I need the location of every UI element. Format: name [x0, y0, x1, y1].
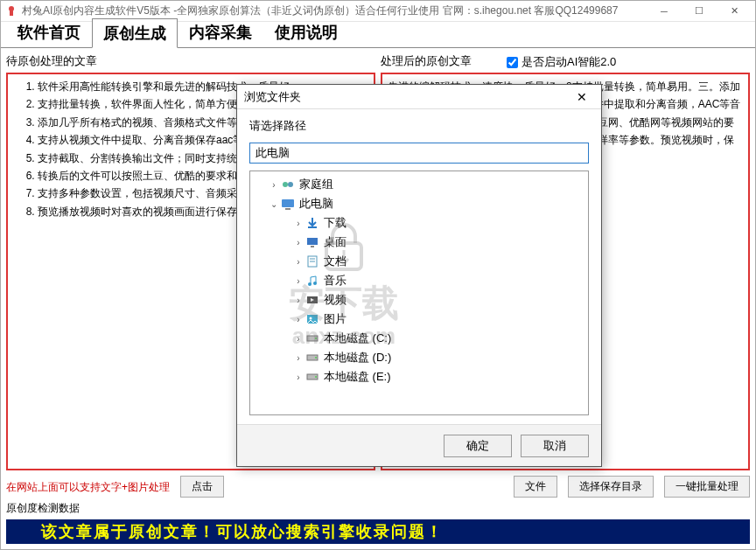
pics-icon — [304, 312, 320, 326]
svg-rect-5 — [285, 208, 290, 210]
expander-icon[interactable]: › — [292, 353, 304, 363]
tree-node-label: 本地磁盘 (C:) — [324, 331, 391, 346]
tree-node-label: 桌面 — [324, 234, 346, 250]
drive-icon — [304, 370, 320, 384]
tree-node-drive[interactable]: ›本地磁盘 (C:) — [252, 329, 586, 348]
svg-point-2 — [283, 182, 288, 187]
left-label: 待原创处理的文章 — [6, 53, 375, 69]
status-text: 该文章属于原创文章！可以放心搜索引擎收录问题！ — [41, 521, 444, 542]
tree-node-download[interactable]: ›下载 — [252, 213, 586, 233]
expander-icon[interactable]: › — [292, 219, 304, 228]
drive-icon — [304, 331, 320, 345]
tab-help[interactable]: 使用说明 — [263, 17, 349, 47]
tab-collect[interactable]: 内容采集 — [178, 17, 263, 47]
batch-button[interactable]: 一键批量处理 — [664, 476, 750, 498]
expander-icon[interactable]: › — [268, 180, 280, 190]
tab-home[interactable]: 软件首页 — [6, 17, 92, 47]
tree-node-label: 音乐 — [324, 273, 346, 289]
dialog-prompt: 请选择路径 — [249, 118, 589, 134]
tab-generate[interactable]: 原创生成 — [92, 18, 178, 48]
svg-rect-1 — [10, 10, 13, 16]
tree-node-label: 视频 — [324, 292, 346, 308]
tree-node-pc[interactable]: ⌄此电脑 — [252, 194, 586, 213]
status-label: 原创度检测数据 — [6, 501, 750, 516]
tree-node-label: 此电脑 — [299, 196, 333, 212]
expander-icon[interactable]: › — [292, 315, 304, 324]
svg-rect-4 — [282, 199, 294, 207]
tree-node-drive[interactable]: ›本地磁盘 (D:) — [252, 348, 586, 367]
pc-icon — [280, 197, 296, 211]
dialog-title: 浏览文件夹 — [244, 89, 570, 105]
titlebar-text: 村兔AI原创内容生成软件V5版本 -全网独家原创算法（非近义词伪原创）适合任何行… — [22, 3, 647, 18]
file-button[interactable]: 文件 — [514, 476, 557, 498]
expander-icon[interactable]: › — [292, 276, 304, 286]
tree-node-drive[interactable]: ›本地磁盘 (E:) — [252, 367, 586, 386]
maximize-button[interactable]: ☐ — [682, 2, 717, 21]
tabs-row: 软件首页 原创生成 内容采集 使用说明 — [1, 22, 755, 48]
tree-node-label: 家庭组 — [299, 177, 333, 192]
expander-icon[interactable]: › — [292, 238, 304, 247]
close-button[interactable]: ✕ — [717, 2, 752, 21]
tree-node-label: 下载 — [324, 215, 346, 231]
folder-tree[interactable]: ›家庭组⌄此电脑›下载›桌面›文档›音乐›视频›图片›本地磁盘 (C:)›本地磁… — [249, 171, 589, 415]
tree-node-label: 本地磁盘 (E:) — [324, 369, 391, 385]
expander-icon[interactable]: › — [292, 257, 304, 267]
svg-point-23 — [315, 376, 317, 378]
tree-node-pics[interactable]: ›图片 — [252, 310, 586, 329]
tree-node-label: 本地磁盘 (D:) — [324, 350, 391, 366]
tree-node-docs[interactable]: ›文档 — [252, 252, 586, 271]
ok-button[interactable]: 确定 — [444, 435, 512, 457]
tree-node-label: 文档 — [324, 254, 346, 269]
docs-icon — [304, 254, 320, 268]
select-save-button[interactable]: 选择保存目录 — [568, 476, 654, 498]
red-note: 在网站上面可以支持文字+图片处理 — [6, 480, 170, 495]
svg-point-19 — [315, 338, 317, 339]
app-icon — [4, 4, 18, 18]
cancel-button[interactable]: 取消 — [521, 435, 589, 457]
svg-point-21 — [315, 357, 317, 359]
desktop-icon — [304, 235, 320, 249]
tree-node-homegroup[interactable]: ›家庭组 — [252, 175, 586, 194]
minimize-button[interactable]: ─ — [647, 2, 682, 21]
svg-rect-7 — [307, 238, 318, 245]
homegroup-icon — [280, 178, 296, 191]
svg-point-3 — [288, 182, 293, 187]
right-label: 处理后的原创文章 — [381, 53, 472, 69]
svg-point-13 — [313, 282, 317, 285]
path-input[interactable] — [249, 143, 589, 164]
expander-icon[interactable]: › — [292, 372, 304, 382]
svg-rect-8 — [311, 246, 314, 247]
svg-rect-6 — [308, 226, 317, 228]
ai-checkbox[interactable]: 是否启动AI智能2.0 — [507, 54, 616, 70]
tree-node-desktop[interactable]: ›桌面 — [252, 233, 586, 252]
browse-folder-dialog: 浏览文件夹 ✕ 请选择路径 ›家庭组⌄此电脑›下载›桌面›文档›音乐›视频›图片… — [236, 84, 602, 467]
music-icon — [304, 274, 320, 288]
drive-icon — [304, 351, 320, 365]
svg-point-12 — [308, 282, 312, 286]
click-button[interactable]: 点击 — [180, 476, 224, 498]
svg-point-17 — [310, 317, 312, 320]
expander-icon[interactable]: ⌄ — [268, 199, 280, 209]
video-icon — [304, 293, 320, 307]
tree-node-video[interactable]: ›视频 — [252, 290, 586, 310]
status-bar: 该文章属于原创文章！可以放心搜索引擎收录问题！ — [6, 519, 750, 544]
expander-icon[interactable]: › — [292, 296, 304, 305]
download-icon — [304, 216, 320, 230]
expander-icon[interactable]: › — [292, 334, 304, 344]
dialog-titlebar: 浏览文件夹 ✕ — [237, 85, 601, 109]
dialog-close-button[interactable]: ✕ — [570, 90, 594, 104]
tree-node-label: 图片 — [324, 311, 346, 327]
tree-node-music[interactable]: ›音乐 — [252, 271, 586, 290]
ai-checkbox-input[interactable] — [507, 57, 518, 68]
